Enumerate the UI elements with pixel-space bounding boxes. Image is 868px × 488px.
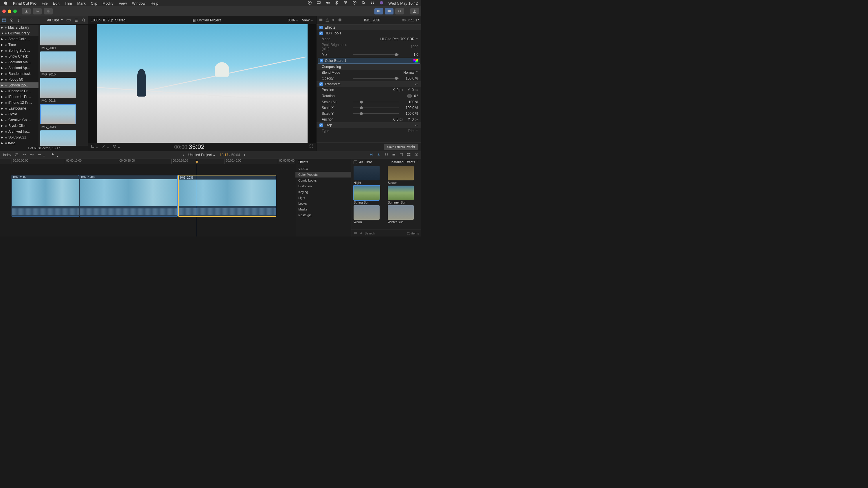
effect-preset[interactable]: Night	[353, 166, 385, 185]
timeline[interactable]: 00:00:00:00 00:00:10:00 00:00:20:00 00:0…	[0, 159, 295, 236]
effects-category[interactable]: Keying	[296, 189, 351, 195]
transitions-browser-icon[interactable]	[414, 153, 418, 158]
event-row[interactable]: ▶★Scotland Ap…	[0, 65, 38, 71]
menu-help[interactable]: Help	[151, 1, 159, 5]
effects-category[interactable]: Nostalgia	[296, 212, 351, 218]
transform-section[interactable]: ✓Transform▭	[316, 81, 421, 87]
video-inspector-icon[interactable]	[319, 18, 323, 23]
rotation-field[interactable]: 0 °	[414, 94, 418, 98]
event-row[interactable]: ▶★Biycle Clips	[0, 123, 38, 129]
scale-y-slider[interactable]	[353, 113, 399, 114]
menu-edit[interactable]: Edit	[53, 1, 59, 5]
effects-section[interactable]: ✓Effects	[316, 25, 421, 30]
event-row[interactable]: ▶★iPhone12 Pr…	[0, 88, 38, 94]
menu-modify[interactable]: Modify	[102, 1, 114, 5]
import-button[interactable]	[22, 8, 31, 14]
opacity-slider[interactable]	[353, 78, 399, 78]
inspector-layout-button[interactable]	[395, 8, 404, 14]
effects-category[interactable]: Comic Looks	[296, 177, 351, 183]
zoom-dropdown[interactable]: 83% ⌄	[288, 18, 298, 22]
effect-preset[interactable]: Summer Sun	[388, 186, 419, 204]
titles-icon[interactable]	[17, 18, 22, 23]
timeline-clip[interactable]: IMG_2038	[178, 175, 276, 217]
app-name[interactable]: Final Cut Pro	[13, 1, 36, 5]
event-row[interactable]: ▶★iPhone11 Pr…	[0, 94, 38, 100]
prev-edit-icon[interactable]: ‹	[183, 153, 184, 157]
library-row[interactable]: ▶✱Mac 2 Library	[0, 25, 38, 30]
clip-thumbnails[interactable]: IMG_2009IMG_2015IMG_2016IMG_2038	[38, 25, 88, 146]
color-wheel-icon[interactable]	[413, 59, 418, 62]
event-row[interactable]: ▶★Random stock	[0, 71, 38, 76]
menu-clip[interactable]: Clip	[91, 1, 97, 5]
menu-file[interactable]: File	[42, 1, 48, 5]
spotlight-icon[interactable]	[361, 1, 366, 6]
anchor-x-field[interactable]: 0 px	[397, 118, 403, 122]
show-transform-icon[interactable]: ▭	[415, 82, 418, 86]
fullscreen-icon[interactable]	[309, 144, 313, 149]
photos-icon[interactable]	[9, 18, 14, 23]
timeline-clip[interactable]: IMG_2087	[11, 175, 79, 217]
event-row[interactable]: ▶★Eastbourne…	[0, 105, 38, 111]
next-edit-icon[interactable]: ›	[244, 153, 245, 157]
clip-thumbnail[interactable]: IMG_2009	[40, 25, 86, 50]
timeline-clip[interactable]: IMG_1988	[80, 175, 178, 217]
crop-section[interactable]: ✓Crop▭	[316, 122, 421, 128]
blend-dropdown[interactable]: Normal ⌃	[403, 70, 418, 74]
effect-preset[interactable]: Sewer	[388, 166, 419, 185]
insert-clip-icon[interactable]	[22, 153, 26, 158]
effect-preset[interactable]: Spring Sun	[353, 186, 385, 204]
anchor-y-field[interactable]: 0 px	[412, 118, 418, 122]
effects-category[interactable]: Masks	[296, 206, 351, 212]
effects-category[interactable]: Looks	[296, 201, 351, 206]
enhance-tool-icon[interactable]: ⌄	[101, 144, 110, 149]
timeline-index-button[interactable]: Index	[3, 153, 11, 157]
wifi-icon[interactable]	[343, 1, 348, 6]
effects-category[interactable]: Distortion	[296, 183, 351, 189]
clip-thumbnail[interactable]: IMG_2015	[40, 52, 86, 76]
skimming-icon[interactable]	[377, 153, 381, 158]
creative-cloud-icon[interactable]	[308, 1, 312, 6]
library-sidebar[interactable]: ▶✱Mac 2 Library ▼✱GDriveLibrary ▶★Smart …	[0, 25, 38, 146]
effects-category[interactable]: Light	[296, 195, 351, 201]
library-row[interactable]: ▼✱GDriveLibrary	[0, 30, 38, 36]
scale-all-slider[interactable]	[353, 102, 399, 102]
event-row[interactable]: ▶★London 22-…	[0, 83, 38, 88]
library-icon[interactable]	[2, 18, 6, 23]
browser-layout-button[interactable]	[374, 8, 383, 14]
share-button[interactable]	[410, 8, 419, 14]
menu-window[interactable]: Window	[132, 1, 145, 5]
list-view-icon[interactable]	[74, 18, 79, 23]
show-crop-icon[interactable]: ▭	[415, 123, 418, 127]
apple-logo-icon[interactable]	[3, 1, 8, 6]
event-row[interactable]: ▶★Scotland Ma…	[0, 59, 38, 65]
menu-trim[interactable]: Trim	[64, 1, 72, 5]
timeline-ruler[interactable]: 00:00:00:00 00:00:10:00 00:00:20:00 00:0…	[0, 159, 295, 164]
background-tasks-button[interactable]	[44, 8, 53, 14]
event-row[interactable]: ▶★Creative Col…	[0, 117, 38, 123]
clip-thumbnail[interactable]: IMG_2016	[40, 78, 86, 102]
audio-skim-icon[interactable]	[384, 153, 388, 158]
event-row[interactable]: ▶★30-03-2021…	[0, 134, 38, 140]
installed-effects-dropdown[interactable]: Installed Effects ⌃	[391, 160, 419, 164]
timeline-project-dropdown[interactable]: Untitled Project ⌄	[188, 153, 216, 157]
menubar-clock[interactable]: Wed 5 May 10:42	[388, 1, 418, 5]
connect-clip-icon[interactable]	[15, 153, 19, 158]
menu-mark[interactable]: Mark	[77, 1, 86, 5]
menu-view[interactable]: View	[119, 1, 127, 5]
event-row[interactable]: ▶★Poppy 50	[0, 76, 38, 83]
playhead[interactable]	[197, 159, 197, 236]
effects-search-input[interactable]: Search	[365, 232, 375, 235]
event-row[interactable]: ▶★Archived fro…	[0, 129, 38, 134]
event-row[interactable]: ▶★Snow Check	[0, 54, 38, 59]
append-clip-icon[interactable]	[30, 153, 34, 158]
effects-browser-icon[interactable]	[407, 153, 411, 158]
event-row[interactable]: ▶★Smart Colle…	[0, 36, 38, 42]
time-machine-icon[interactable]	[352, 1, 357, 6]
angle-icon[interactable]: ▦	[192, 18, 195, 22]
effect-preset[interactable]: Winter Sun	[388, 205, 419, 224]
audio-inspector-icon[interactable]	[332, 18, 336, 23]
transform-tool-icon[interactable]: ⌄	[91, 144, 99, 149]
view-dropdown[interactable]: View ⌄	[302, 18, 313, 22]
crop-type-dropdown[interactable]: Trim ⌃	[408, 129, 418, 133]
bluetooth-icon[interactable]	[335, 1, 339, 6]
